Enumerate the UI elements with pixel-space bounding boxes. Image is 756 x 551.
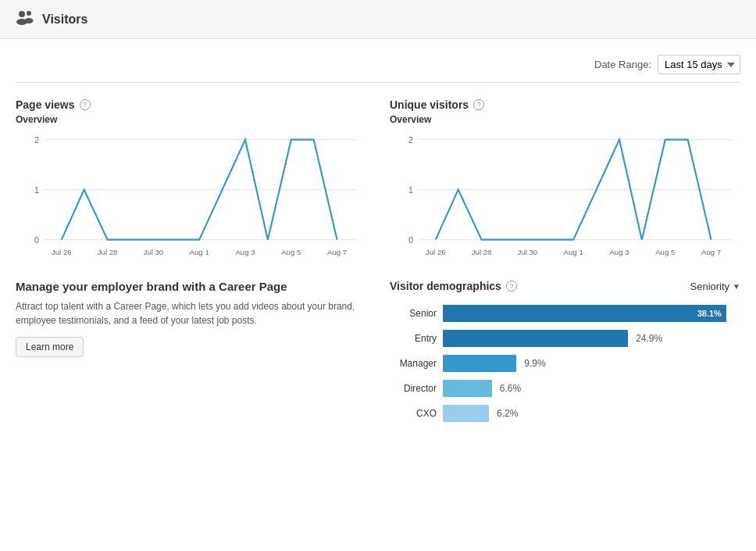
unique-visitors-svg: 2 1 0 Jul 26 Jul 28 Jul 30 Aug 1 Aug 3 A… (390, 131, 740, 256)
bar-pct: 6.2% (497, 408, 518, 419)
bar-item: CXO 6.2% (390, 405, 740, 422)
page-views-chart: 2 1 0 Jul 26 Jul 28 Jul 30 Aug 1 Aug 3 A… (16, 131, 366, 256)
bottom-row: Manage your employer brand with a Career… (16, 280, 740, 430)
svg-text:Jul 26: Jul 26 (426, 248, 446, 256)
main-content: Date Range: Last 15 days Last 7 days Las… (0, 39, 756, 445)
svg-text:2: 2 (34, 135, 39, 145)
unique-visitors-section: Unique visitors ? Overview 2 1 0 Jul 26 … (390, 98, 740, 256)
svg-text:Aug 1: Aug 1 (564, 248, 583, 256)
bar-label: Director (390, 383, 437, 394)
svg-text:Aug 5: Aug 5 (281, 248, 301, 256)
svg-text:Jul 28: Jul 28 (472, 248, 492, 256)
page-views-title-row: Page views ? (16, 98, 366, 111)
bar-item: Director 6.6% (390, 380, 740, 397)
svg-text:1: 1 (408, 185, 413, 195)
svg-text:Aug 5: Aug 5 (655, 248, 675, 256)
svg-text:Jul 26: Jul 26 (52, 248, 72, 256)
bar-pct-inside: 38.1% (697, 309, 722, 318)
bar-item: Entry 24.9% (390, 330, 740, 347)
bar-fill (443, 380, 492, 397)
bar-track: 6.6% (443, 380, 740, 397)
career-description: Attract top talent with a Career Page, w… (16, 299, 366, 327)
learn-more-button[interactable]: Learn more (16, 337, 84, 357)
bar-fill (443, 405, 489, 422)
demographics-filter[interactable]: Seniority ▼ (690, 281, 740, 292)
unique-visitors-title-row: Unique visitors ? (390, 98, 740, 111)
page-views-title: Page views (16, 98, 75, 111)
bar-label: Entry (390, 333, 437, 344)
date-range-label: Date Range: (594, 59, 651, 70)
svg-text:Aug 3: Aug 3 (609, 248, 629, 256)
svg-text:Aug 1: Aug 1 (190, 248, 209, 256)
svg-text:Jul 28: Jul 28 (98, 248, 118, 256)
svg-text:0: 0 (34, 235, 39, 245)
bar-track: 9.9% (443, 355, 740, 372)
visitors-icon (16, 9, 34, 29)
date-range-row: Date Range: Last 15 days Last 7 days Las… (16, 55, 740, 83)
bar-track: 38.1% (443, 305, 740, 322)
unique-visitors-help-icon[interactable]: ? (473, 99, 484, 110)
demographics-section: Visitor demographics ? Seniority ▼ Senio… (390, 280, 740, 430)
page-views-subtitle: Overview (16, 114, 366, 125)
svg-text:Aug 3: Aug 3 (235, 248, 255, 256)
page-views-help-icon[interactable]: ? (80, 99, 91, 110)
bar-label: Manager (390, 358, 437, 369)
bar-track: 24.9% (443, 330, 740, 347)
bar-fill (443, 330, 628, 347)
svg-text:0: 0 (408, 235, 413, 245)
date-range-select[interactable]: Last 15 days Last 7 days Last 30 days La… (658, 55, 740, 74)
demographics-title-row: Visitor demographics ? Seniority ▼ (390, 280, 740, 292)
unique-visitors-subtitle: Overview (390, 114, 740, 125)
unique-visitors-chart: 2 1 0 Jul 26 Jul 28 Jul 30 Aug 1 Aug 3 A… (390, 131, 740, 256)
bar-pct: 9.9% (524, 358, 545, 369)
bar-item: Senior 38.1% (390, 305, 740, 322)
svg-text:Jul 30: Jul 30 (518, 248, 538, 256)
bar-fill: 38.1% (443, 305, 726, 322)
page-title: Visitors (42, 13, 87, 27)
bar-pct: 6.6% (500, 383, 521, 394)
svg-point-3 (25, 18, 34, 23)
bar-item: Manager 9.9% (390, 355, 740, 372)
career-title: Manage your employer brand with a Career… (16, 280, 366, 293)
svg-text:1: 1 (34, 185, 39, 195)
career-section: Manage your employer brand with a Career… (16, 280, 366, 430)
unique-visitors-title: Unique visitors (390, 98, 469, 111)
bar-pct: 24.9% (636, 333, 662, 344)
svg-text:2: 2 (408, 135, 413, 145)
bar-fill (443, 355, 516, 372)
svg-point-0 (19, 11, 25, 17)
svg-text:Aug 7: Aug 7 (327, 248, 347, 256)
bar-label: CXO (390, 408, 437, 419)
svg-point-2 (27, 11, 31, 16)
charts-row: Page views ? Overview 2 1 0 Jul 26 Jul 2… (16, 98, 740, 256)
svg-text:Jul 30: Jul 30 (144, 248, 164, 256)
bar-label: Senior (390, 308, 437, 319)
demographics-title: Visitor demographics (390, 280, 501, 292)
bar-track: 6.2% (443, 405, 740, 422)
demographics-filter-label: Seniority (690, 281, 730, 292)
page-header: Visitors (0, 0, 756, 39)
page-views-section: Page views ? Overview 2 1 0 Jul 26 Jul 2… (16, 98, 366, 256)
svg-text:Aug 7: Aug 7 (701, 248, 721, 256)
page-views-svg: 2 1 0 Jul 26 Jul 28 Jul 30 Aug 1 Aug 3 A… (16, 131, 366, 256)
demographics-help-icon[interactable]: ? (506, 281, 517, 292)
demographics-filter-arrow-icon: ▼ (733, 282, 740, 291)
demographics-bars: Senior 38.1% Entry 24.9% Manager (390, 305, 740, 422)
